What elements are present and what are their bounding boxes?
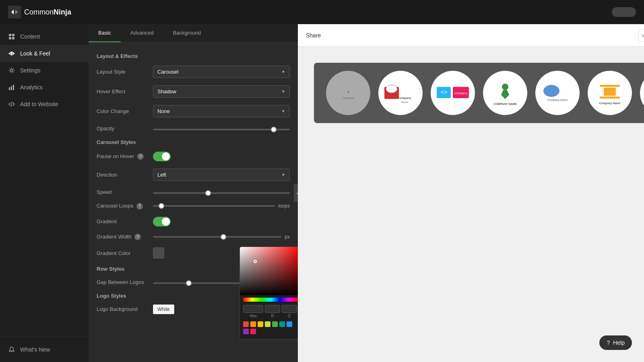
undo-button[interactable]: ↺: [638, 29, 644, 41]
gradient-width-slider[interactable]: [153, 236, 281, 238]
svg-rect-27: [604, 88, 616, 96]
color-change-label: Color Change: [97, 108, 153, 114]
direction-row: Direction Left ▼: [97, 169, 290, 181]
color-change-arrow: ▼: [281, 109, 285, 113]
sidebar-label-settings: Settings: [20, 67, 41, 74]
gradient-toggle[interactable]: [153, 217, 171, 226]
svg-rect-0: [8, 6, 21, 19]
carousel-loops-label: Carousel Loops ?: [97, 203, 153, 210]
swatch-red[interactable]: [243, 321, 249, 327]
sidebar-item-settings[interactable]: Settings: [0, 62, 89, 79]
help-label: Help: [613, 339, 625, 346]
r-input[interactable]: 75: [265, 305, 280, 313]
color-change-dropdown[interactable]: None ▼: [153, 105, 290, 117]
sidebar-label-content: Content: [20, 33, 40, 40]
carousel-loops-control: loops: [153, 203, 290, 209]
sidebar-item-add-to-website[interactable]: Add to Website: [0, 96, 89, 113]
gradient-color-swatch[interactable]: [153, 247, 164, 259]
sidebar-label-analytics: Analytics: [20, 84, 43, 90]
opacity-row: Opacity: [97, 125, 290, 132]
svg-text:Company Name: Company Name: [599, 102, 621, 105]
carousel-logo-5: Company Name: [588, 71, 632, 115]
swatch-yellow[interactable]: [265, 321, 270, 327]
svg-text:Company: Company: [342, 97, 354, 100]
main-layout: Content Look & Feel Settings: [0, 24, 644, 362]
svg-text:COMPANY NAME: COMPANY NAME: [493, 103, 517, 105]
help-button[interactable]: ? Help: [599, 335, 632, 350]
g-input[interactable]: 75: [282, 305, 297, 313]
chart-icon: [8, 84, 15, 91]
top-bar-pill: [612, 7, 636, 17]
svg-rect-4: [12, 37, 14, 39]
swatch-orange[interactable]: [250, 321, 256, 327]
logo: CommonNinja: [8, 6, 71, 19]
layout-style-dropdown[interactable]: Carousel ▼: [153, 66, 290, 78]
preview-header: Share ↺ ↻ Preview Save Changes: [298, 24, 644, 47]
svg-point-15: [386, 85, 397, 93]
speed-slider[interactable]: [153, 192, 290, 194]
carousel-loops-help[interactable]: ?: [136, 203, 143, 210]
sidebar-bottom: What's New: [0, 337, 89, 358]
logo-background-value: White: [153, 304, 174, 314]
gradient-width-help[interactable]: ?: [134, 234, 141, 240]
pause-on-hover-help[interactable]: ?: [137, 153, 144, 160]
swatch-pink[interactable]: [250, 329, 256, 334]
color-change-row: Color Change None ▼: [97, 105, 290, 117]
preview-content: ★ Company Company Name: [298, 47, 644, 139]
gradient-width-control: px: [153, 234, 290, 240]
direction-control: Left ▼: [153, 169, 290, 181]
carousel-preview: ★ Company Company Name: [314, 63, 644, 123]
eye-icon: [8, 50, 15, 57]
opacity-label: Opacity: [97, 125, 153, 132]
color-inputs-row: 4B4B4B Hex 75 R 75 G 75 B: [240, 303, 298, 320]
svg-rect-8: [9, 87, 10, 90]
hover-effect-row: Hover Effect Shadow ▼: [97, 85, 290, 98]
carousel-logo-3: COMPANY NAME: [483, 71, 527, 115]
swatch-purple[interactable]: [243, 329, 249, 334]
gradient-width-label: Gradient Width ?: [97, 234, 153, 241]
carousel-loops-slider[interactable]: [153, 205, 275, 207]
hex-input[interactable]: 4B4B4B: [243, 305, 263, 313]
svg-rect-2: [12, 34, 14, 36]
svg-rect-9: [11, 86, 12, 90]
tab-basic[interactable]: Basic: [89, 24, 121, 42]
gradient-color-label: Gradient Color: [97, 250, 153, 256]
swatch-blue[interactable]: [287, 321, 292, 327]
hex-input-group: 4B4B4B Hex: [243, 305, 263, 318]
svg-rect-3: [9, 37, 11, 39]
carousel-logo-6: Company Name: [640, 71, 644, 115]
direction-dropdown[interactable]: Left ▼: [153, 169, 290, 181]
svg-text:★: ★: [347, 90, 350, 94]
svg-rect-10: [13, 85, 14, 90]
sidebar-item-look-feel[interactable]: Look & Feel: [0, 45, 89, 62]
sidebar-item-whats-new[interactable]: What's New: [0, 341, 89, 358]
pause-on-hover-toggle[interactable]: [153, 152, 171, 161]
carousel-logo-4: Company Name: [535, 71, 580, 115]
layout-style-control: Carousel ▼: [153, 66, 290, 78]
toggle-knob: [162, 152, 170, 160]
hex-label: Hex: [250, 314, 257, 318]
sidebar-item-content[interactable]: Content: [0, 28, 89, 45]
sidebar-item-analytics[interactable]: Analytics: [0, 79, 89, 96]
gradient-toggle-knob: [162, 218, 170, 226]
layout-style-arrow: ▼: [281, 70, 285, 74]
hover-effect-label: Hover Effect: [97, 88, 153, 95]
color-spectrum-slider[interactable]: [243, 298, 298, 302]
tab-advanced[interactable]: Advanced: [121, 24, 163, 42]
collapse-panel-button[interactable]: ◀: [294, 184, 298, 202]
bell-icon: [8, 346, 15, 353]
pause-on-hover-row: Pause on Hover ?: [97, 152, 290, 161]
hover-effect-dropdown[interactable]: Shadow ▼: [153, 85, 290, 98]
swatch-green[interactable]: [272, 321, 278, 327]
help-icon: ?: [607, 339, 610, 346]
carousel-loops-suffix: loops: [278, 203, 290, 209]
color-swatches: [240, 320, 298, 336]
swatch-amber[interactable]: [258, 321, 263, 327]
color-change-value: None: [157, 108, 170, 114]
gradient-width-suffix: px: [285, 234, 290, 240]
color-change-control: None ▼: [153, 105, 290, 117]
opacity-slider[interactable]: [153, 129, 290, 130]
swatch-teal[interactable]: [279, 321, 285, 327]
tab-background[interactable]: Background: [163, 24, 211, 42]
color-gradient-picker[interactable]: [240, 247, 298, 295]
